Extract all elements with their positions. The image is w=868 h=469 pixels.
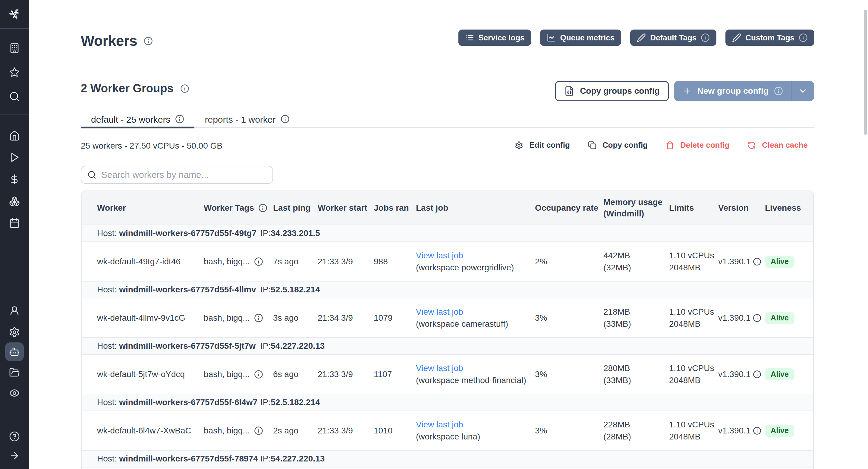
worker-limits: 1.10 vCPUs2048MB [669, 306, 718, 330]
default-tags-label: Default Tags [650, 33, 696, 42]
host-row: Host: windmill-workers-67757d55f-6l4w7 I… [82, 394, 813, 410]
sidebar-divider-top [0, 28, 29, 29]
col-last-ping: Last ping [273, 202, 318, 214]
view-last-job-link[interactable]: View last job [416, 307, 463, 316]
sidebar-item-settings[interactable] [9, 327, 20, 338]
info-icon[interactable] [258, 204, 267, 213]
worker-last-job: View last job (workspace powergridlive) [416, 250, 535, 274]
tab-reports-label: reports - 1 worker [205, 115, 276, 125]
sidebar-item-expand[interactable] [9, 450, 20, 461]
view-last-job-link[interactable]: View last job [416, 364, 463, 373]
worker-tags: bash, bigq... [204, 426, 273, 436]
copy-config-button[interactable]: Copy config [588, 140, 648, 150]
worker-last-ping: 7s ago [273, 257, 318, 267]
default-tags-button[interactable]: Default Tags [630, 30, 716, 46]
worker-limits: 1.10 vCPUs2048MB [669, 419, 718, 443]
info-icon[interactable] [753, 314, 761, 322]
worker-groups-heading: 2 Worker Groups [81, 82, 189, 95]
sidebar-item-workers[interactable] [5, 342, 24, 361]
host-ip-value: 54.227.220.13 [271, 341, 324, 350]
delete-config-label: Delete config [680, 140, 730, 150]
worker-name: wk-default-6l4w7-XwBaC [97, 426, 204, 436]
copy-icon [588, 141, 596, 150]
info-icon[interactable] [753, 257, 761, 266]
new-group-config-label: New group config [698, 86, 769, 96]
sidebar-item-users[interactable] [9, 305, 20, 316]
edit-config-button[interactable]: Edit config [515, 140, 569, 150]
sidebar-item-folders[interactable] [9, 367, 20, 378]
gear-icon [515, 141, 523, 150]
worker-last-ping: 2s ago [273, 426, 318, 436]
sidebar-item-variables[interactable] [9, 174, 20, 185]
tab-reports[interactable]: reports - 1 worker [194, 115, 300, 128]
windmill-logo[interactable] [8, 7, 21, 20]
new-group-config-dropdown[interactable] [791, 81, 814, 101]
worker-memory: 228MB(28MB) [603, 419, 669, 443]
sidebar-item-favorites[interactable] [9, 67, 20, 78]
info-icon[interactable] [254, 313, 263, 322]
info-icon[interactable] [753, 370, 761, 379]
col-last-job: Last job [416, 202, 535, 214]
last-job-workspace: (workspace powergridlive) [416, 263, 514, 272]
search-box[interactable] [81, 166, 273, 184]
search-input[interactable] [101, 170, 267, 180]
view-last-job-link[interactable]: View last job [416, 420, 463, 429]
worker-name: wk-default-49tg7-idt46 [97, 257, 204, 267]
boxes-icon [9, 196, 20, 207]
worker-last-job: View last job (workspace luna) [416, 419, 535, 443]
host-label: Host: windmill-workers-67757d55f-6l4w7 [97, 398, 257, 407]
plus-icon [682, 86, 692, 96]
clean-cache-button[interactable]: Clean cache [747, 140, 808, 150]
copy-groups-config-button[interactable]: Copy groups config [555, 81, 669, 101]
service-logs-button[interactable]: Service logs [458, 30, 531, 46]
col-worker-start: Worker start [318, 202, 374, 214]
tab-default[interactable]: default - 25 workers [81, 115, 194, 128]
worker-occupancy: 3% [535, 370, 603, 379]
host-ip-value: 34.233.201.5 [271, 228, 320, 238]
sidebar-item-resources[interactable] [9, 196, 20, 207]
sidebar-item-workspace[interactable] [9, 43, 20, 54]
worker-occupancy: 2% [535, 257, 603, 267]
worker-jobs-ran: 1010 [374, 426, 416, 436]
search-icon [9, 91, 20, 102]
info-icon[interactable] [254, 426, 263, 435]
worker-last-ping: 3s ago [273, 313, 318, 323]
col-occupancy-rate: Occupancy rate [535, 202, 603, 214]
scrollbar-thumb[interactable] [864, 10, 867, 135]
info-icon[interactable] [254, 370, 263, 379]
info-icon[interactable] [254, 257, 263, 266]
view-last-job-link[interactable]: View last job [416, 251, 463, 260]
sidebar-item-schedules[interactable] [9, 218, 20, 228]
group-summary: 25 workers - 27.50 vCPUs - 50.00 GB [81, 141, 222, 151]
worker-version: v1.390.1 [718, 257, 765, 267]
info-icon [701, 33, 710, 42]
line-chart-icon [547, 33, 556, 42]
info-icon [774, 87, 783, 96]
custom-tags-button[interactable]: Custom Tags [725, 30, 814, 46]
sidebar-item-runs[interactable] [9, 152, 20, 163]
worker-tags: bash, bigq... [204, 257, 273, 267]
new-group-config-main[interactable]: New group config [674, 81, 791, 101]
worker-liveness: Alive [765, 256, 813, 268]
worker-name: wk-default-4llmv-9v1cG [97, 313, 204, 323]
last-job-workspace: (workspace luna) [416, 432, 480, 441]
liveness-badge: Alive [765, 425, 795, 437]
info-icon[interactable] [180, 84, 189, 93]
sidebar-item-search[interactable] [9, 91, 20, 102]
star-icon [9, 67, 20, 78]
worker-last-job: View last job (workspace method-financia… [416, 362, 535, 386]
queue-metrics-button[interactable]: Queue metrics [540, 30, 621, 46]
sidebar-item-help[interactable] [9, 431, 20, 442]
info-icon[interactable] [753, 427, 761, 435]
sidebar-item-audit-logs[interactable] [9, 387, 20, 399]
sidebar-item-home[interactable] [9, 130, 20, 141]
delete-config-button[interactable]: Delete config [666, 140, 730, 150]
eye-icon [9, 387, 20, 399]
worker-last-ping: 6s ago [273, 370, 318, 379]
host-label: Host: windmill-workers-67757d55f-78974 [97, 454, 258, 464]
pen-icon [637, 33, 646, 42]
info-icon[interactable] [144, 36, 153, 45]
help-icon [9, 431, 20, 442]
new-group-config-button[interactable]: New group config [674, 81, 814, 101]
worker-version: v1.390.1 [718, 313, 765, 323]
